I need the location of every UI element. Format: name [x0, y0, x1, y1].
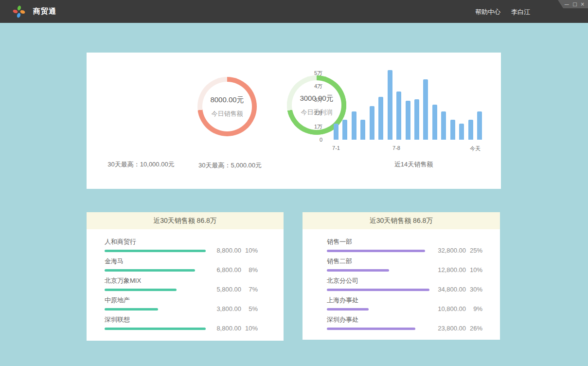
bar: [450, 120, 455, 140]
sales-row-percent: 25%: [466, 247, 482, 254]
sales-row: 北京万象MIX 5,800.00 7%: [105, 276, 258, 296]
department-panel-rows: 销售一部 32,800.00 25% 销售二部 12,800.00 10% 北京…: [303, 229, 500, 335]
sales-row: 销售二部 12,800.00 10%: [327, 257, 482, 276]
sales-row-value: 5,800.00: [208, 286, 241, 293]
sales-row-name: 北京万象MIX: [105, 276, 258, 285]
sales-row: 北京分公司 34,800.00 30%: [327, 276, 482, 296]
sales-row-name: 销售二部: [327, 257, 482, 266]
sales-row-bar: [105, 289, 177, 291]
today-summary-card: 8000.00元 今日销售额 30天最高：10,000.00元 3000.00元…: [87, 53, 501, 189]
sales-row-bar: [327, 269, 389, 272]
minimize-icon[interactable]: —: [564, 2, 569, 7]
bar-chart-x-tick-middle: 7-8: [382, 145, 411, 151]
bar: [406, 101, 410, 140]
app-title: 商贸通: [33, 7, 56, 16]
close-icon[interactable]: ×: [581, 2, 585, 7]
bar: [378, 97, 383, 140]
sales-row-value: 32,800.00: [433, 247, 466, 254]
sales-row-bar: [105, 269, 195, 272]
bar-chart-y-tick: 2万: [301, 110, 322, 116]
bar-chart-title: 近14天销售额: [339, 160, 488, 169]
sales-row-value: 12,800.00: [433, 266, 466, 274]
sales-row-bar: [327, 308, 369, 311]
sales-row-value: 6,800.00: [208, 266, 241, 274]
sales-row-bar: [105, 250, 206, 252]
sales-row-name: 金海马: [105, 257, 258, 266]
bar-chart-y-tick: 3万: [301, 96, 322, 103]
app-window: 商贸通 帮助中心 李白江 — □ × 8000.00元 今日销售额 30天最高：…: [0, 0, 588, 366]
today-profit-30day-max: 30天最高：5,000.00元: [172, 161, 288, 170]
sales-row-name: 深圳联想: [105, 315, 258, 324]
bar-chart-y-tick: 4万: [301, 83, 322, 90]
sales-row: 上海办事处 10,800.00 9%: [327, 296, 482, 315]
sales-row-percent: 26%: [466, 325, 482, 332]
bar: [468, 120, 473, 140]
bar: [352, 111, 356, 140]
sales-row-name: 中原地产: [105, 296, 258, 305]
sales-row-value: 8,800.00: [208, 247, 241, 254]
bar: [342, 120, 347, 140]
sales-row: 深圳联想 8,800.00 10%: [105, 315, 258, 335]
bar-chart-bars: [334, 68, 482, 140]
bar: [477, 111, 482, 140]
bar: [441, 111, 446, 140]
bar-chart-y-tick: 0: [301, 136, 322, 143]
sales-row-percent: 9%: [466, 305, 482, 312]
sales-row-percent: 7%: [241, 286, 258, 293]
sales-row: 人和商贸行 8,800.00 10%: [105, 238, 258, 257]
department-panel-title: 近30天销售额 86.8万: [303, 212, 500, 229]
today-sales-donut: 8000.00元 今日销售额: [197, 77, 257, 136]
bar: [370, 106, 374, 140]
user-menu[interactable]: 李白江: [511, 8, 530, 17]
customer-panel-title: 近30天销售额 86.8万: [87, 212, 284, 229]
sales-row-percent: 10%: [466, 266, 482, 274]
sales-row: 销售一部 32,800.00 25%: [327, 238, 482, 257]
sales-row-value: 34,800.00: [433, 286, 466, 293]
sales-row-bar: [105, 308, 158, 311]
sales-row-value: 23,800.00: [433, 325, 466, 332]
bar-chart-y-tick: 5万: [301, 70, 322, 76]
sales-row-percent: 8%: [241, 266, 258, 274]
bar: [388, 70, 392, 140]
today-sales-value: 8000.00元: [210, 95, 244, 105]
sales-row-percent: 30%: [466, 286, 482, 293]
sales-row-value: 3,800.00: [208, 305, 241, 312]
maximize-icon[interactable]: □: [572, 2, 577, 7]
sales-row-bar: [327, 250, 425, 252]
bar: [432, 105, 437, 140]
bar: [459, 124, 464, 140]
sales-row-name: 北京分公司: [327, 276, 482, 285]
sales-row-percent: 5%: [241, 305, 258, 312]
bar: [360, 120, 365, 140]
sales-row-name: 上海办事处: [327, 296, 482, 305]
window-controls: — □ ×: [558, 0, 588, 8]
sales-row-name: 深圳办事处: [327, 315, 482, 324]
bar-chart-x-tick-last: 今天: [461, 145, 490, 152]
today-sales-label: 今日销售额: [212, 110, 243, 118]
sales-row-name: 销售一部: [327, 238, 482, 246]
sales-row-percent: 10%: [241, 247, 258, 254]
customer-sales-panel: 近30天销售额 86.8万 人和商贸行 8,800.00 10% 金海马 6,8…: [87, 212, 284, 341]
app-logo-pinwheel-icon: [13, 5, 25, 18]
sales-row-value: 10,800.00: [433, 305, 466, 312]
bar: [334, 124, 339, 140]
sales-row-bar: [327, 328, 415, 330]
bar: [423, 79, 428, 140]
sales-row-bar: [327, 289, 429, 291]
sales-row-name: 人和商贸行: [105, 238, 258, 246]
customer-panel-rows: 人和商贸行 8,800.00 10% 金海马 6,800.00 8% 北京万象M…: [87, 229, 284, 335]
help-center-link[interactable]: 帮助中心: [475, 8, 500, 17]
sales-row-value: 8,800.00: [208, 325, 241, 332]
department-sales-panel: 近30天销售额 86.8万 销售一部 32,800.00 25% 销售二部 12…: [303, 212, 500, 340]
sales-row: 深圳办事处 23,800.00 26%: [327, 315, 482, 335]
sales-row: 金海马 6,800.00 8%: [105, 257, 258, 276]
bar: [396, 92, 401, 140]
sales-row: 中原地产 3,800.00 5%: [105, 296, 258, 315]
bar-chart-x-tick-first: 7-1: [321, 145, 351, 151]
titlebar: 商贸通 帮助中心 李白江 — □ ×: [0, 0, 588, 23]
sales-row-bar: [105, 328, 206, 330]
bar-chart-y-tick: 1万: [301, 123, 322, 130]
bar: [414, 99, 419, 140]
sales-row-percent: 10%: [241, 325, 258, 332]
